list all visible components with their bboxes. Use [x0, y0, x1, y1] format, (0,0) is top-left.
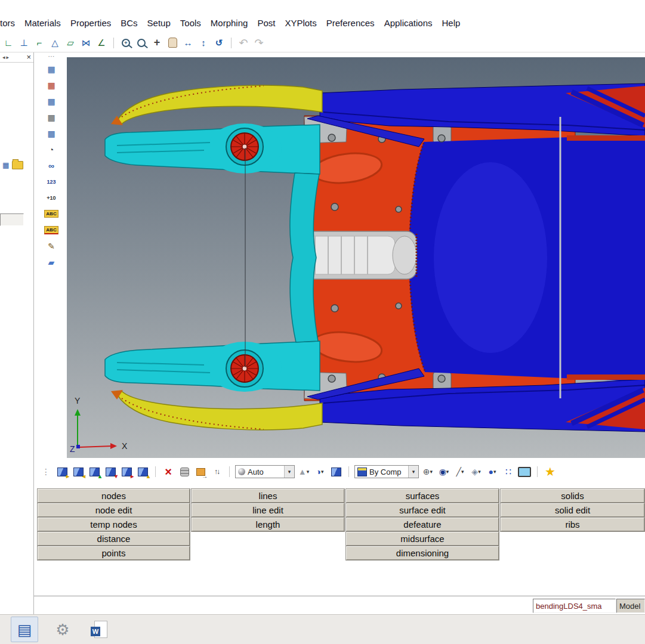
geometry-toolbar-icon-5[interactable]: ▱	[63, 36, 78, 50]
shade-mode-combo[interactable]: Auto ▾	[235, 465, 295, 478]
display-hide-icon[interactable]: ▴	[135, 465, 150, 479]
node-edit-button[interactable]: node edit	[38, 503, 190, 517]
element-representation-icon[interactable]	[329, 465, 343, 479]
display-adjacent-icon[interactable]: ▴	[87, 465, 101, 479]
mesh-line-icon[interactable]: ◈▾	[469, 465, 483, 479]
entity-table-icon-5[interactable]: ▦	[44, 126, 59, 140]
fit-view-icon[interactable]: +	[150, 36, 164, 50]
performance-graphics-icon[interactable]	[517, 465, 532, 479]
menu-item-preferences[interactable]: Preferences	[322, 17, 379, 29]
defeature-button[interactable]: defeature	[346, 518, 499, 531]
undo-icon[interactable]: ↶	[236, 36, 251, 50]
toolbar-separator	[348, 466, 349, 477]
surface-edit-button[interactable]: surface edit	[346, 503, 499, 517]
move-to-component-icon[interactable]: →	[193, 465, 208, 479]
model-label-field[interactable]: Model	[616, 599, 645, 613]
model-file-field[interactable]: bendingLDS4_sma	[533, 599, 616, 613]
surfaces-button[interactable]: surfaces	[346, 489, 499, 503]
delete-icon[interactable]: ×	[161, 465, 175, 479]
nodes-button[interactable]: nodes	[38, 489, 190, 503]
panel-nav-right-icon[interactable]: ▸	[7, 54, 10, 60]
entity-table-icon-4[interactable]: ▦	[44, 110, 59, 124]
menu-item-xyplots[interactable]: XYPlots	[280, 17, 321, 29]
label-abc-icon[interactable]: ABC	[44, 207, 59, 221]
entity-table-icon-3[interactable]: ▦	[44, 94, 59, 108]
line-edit-button[interactable]: line edit	[192, 503, 344, 517]
display-unmask-icon[interactable]: ◂	[71, 465, 85, 479]
solid-edit-button[interactable]: solid edit	[501, 503, 644, 517]
shade-mode-dropdown-icon[interactable]: ▾	[284, 466, 294, 478]
wireframe-mode-icon[interactable]: ⊕▾	[421, 465, 435, 479]
display-isolate-icon[interactable]: ▸	[119, 465, 134, 479]
menu-item-properties[interactable]: Properties	[66, 17, 116, 29]
points-button[interactable]: points	[38, 546, 190, 560]
open-folder-icon[interactable]	[12, 161, 23, 169]
menu-item-connectors[interactable]: tors	[0, 17, 20, 29]
note-edit-icon[interactable]: ✎	[44, 239, 59, 253]
panel-close-icon[interactable]: ×	[26, 54, 31, 60]
model-viewport[interactable]: Y X Z	[67, 57, 645, 458]
shaded-mode-icon[interactable]: ◉▾	[437, 465, 451, 479]
strip-drag-handle[interactable]: ⋯	[48, 54, 55, 60]
feature-line-icon[interactable]: ╱▾	[453, 465, 467, 479]
quad-element-icon[interactable]: ▰	[44, 255, 59, 269]
zoom-in-icon[interactable]: +	[119, 36, 133, 50]
optics-icon[interactable]: ∞	[44, 159, 59, 172]
panel-nav-left-icon[interactable]: ◂	[2, 54, 5, 60]
distance-button[interactable]: distance	[38, 532, 190, 546]
sphere-display-icon[interactable]: ◑▾	[313, 465, 327, 479]
menu-item-morphing[interactable]: Morphing	[206, 17, 253, 29]
geometry-toolbar-icon-2[interactable]: ⊥	[17, 36, 31, 50]
grid-tool-icon[interactable]: ▦	[2, 161, 9, 169]
toolbar-drag-handle[interactable]: ⋮	[39, 465, 53, 479]
display-mask-icon[interactable]: ▸	[55, 465, 69, 479]
menu-item-help[interactable]: Help	[437, 17, 465, 29]
ribs-button[interactable]: ribs	[501, 518, 644, 531]
entity-table-icon-1[interactable]: ▦	[44, 62, 59, 76]
geometry-toolbar-icon-7[interactable]: ∠	[94, 36, 109, 50]
pie-section-icon[interactable]: ◔	[44, 143, 59, 156]
lines-button[interactable]: lines	[192, 489, 344, 503]
menu-item-bcs[interactable]: BCs	[116, 17, 142, 29]
numbers-icon[interactable]: 123	[44, 175, 59, 188]
geometry-toolbar-icon-6[interactable]: ⋈	[79, 36, 93, 50]
display-reverse-icon[interactable]: ▾	[103, 465, 118, 479]
temp-nodes-button[interactable]: temp nodes	[38, 518, 190, 531]
menu-item-materials[interactable]: Materials	[20, 17, 66, 29]
dimensioning-button[interactable]: dimensioning	[346, 546, 499, 560]
cone-display-icon[interactable]: ▲▾	[297, 465, 311, 479]
menu-item-post[interactable]: Post	[252, 17, 280, 29]
translate-horizontal-icon[interactable]: ↔	[181, 36, 195, 50]
midsurface-button[interactable]: midsurface	[346, 532, 499, 546]
increment-icon[interactable]: +10	[44, 191, 59, 205]
translate-vertical-icon[interactable]: ↕	[196, 36, 211, 50]
surface-shade-icon[interactable]: ●▾	[485, 465, 499, 479]
pan-hand-icon[interactable]	[165, 36, 180, 50]
geometry-toolbar-icon-4[interactable]: △	[48, 36, 62, 50]
zoom-window-icon[interactable]	[134, 36, 149, 50]
rotate-view-icon[interactable]: ↺	[212, 36, 226, 50]
solids-button[interactable]: solids	[501, 489, 644, 503]
geometry-toolbar-icon-3[interactable]: ⌐	[32, 36, 47, 50]
taskbar-settings-icon[interactable]: ⚙	[49, 617, 76, 642]
taskbar-hypermesh-icon[interactable]: ▤	[11, 617, 38, 642]
label-abc-red-icon[interactable]: ABC	[44, 223, 59, 237]
node-points-icon[interactable]: ∷	[501, 465, 516, 479]
menu-item-tools[interactable]: Tools	[175, 17, 206, 29]
organize-layers-icon[interactable]	[177, 465, 192, 479]
panel-column-surfaces: surfaces surface edit defeature midsurfa…	[345, 488, 499, 561]
menu-item-applications[interactable]: Applications	[379, 17, 437, 29]
redo-icon[interactable]: ↷	[252, 36, 266, 50]
magnifier-glyph	[137, 39, 146, 47]
model-canvas[interactable]: Y X Z	[67, 57, 645, 458]
color-mode-combo[interactable]: By Comp ▾	[354, 465, 419, 478]
length-button[interactable]: length	[192, 518, 344, 531]
menu-item-setup[interactable]: Setup	[143, 17, 175, 29]
geometry-toolbar-icon-1[interactable]: ∟	[1, 36, 16, 50]
favorites-star-icon[interactable]: ★	[543, 465, 557, 479]
entity-table-icon-2[interactable]: ▦	[44, 78, 59, 92]
renumber-icon[interactable]: ↑↓	[209, 465, 224, 479]
left-panel-field[interactable]	[0, 213, 24, 226]
color-mode-dropdown-icon[interactable]: ▾	[408, 466, 418, 478]
taskbar-word-icon[interactable]: W	[87, 617, 115, 642]
